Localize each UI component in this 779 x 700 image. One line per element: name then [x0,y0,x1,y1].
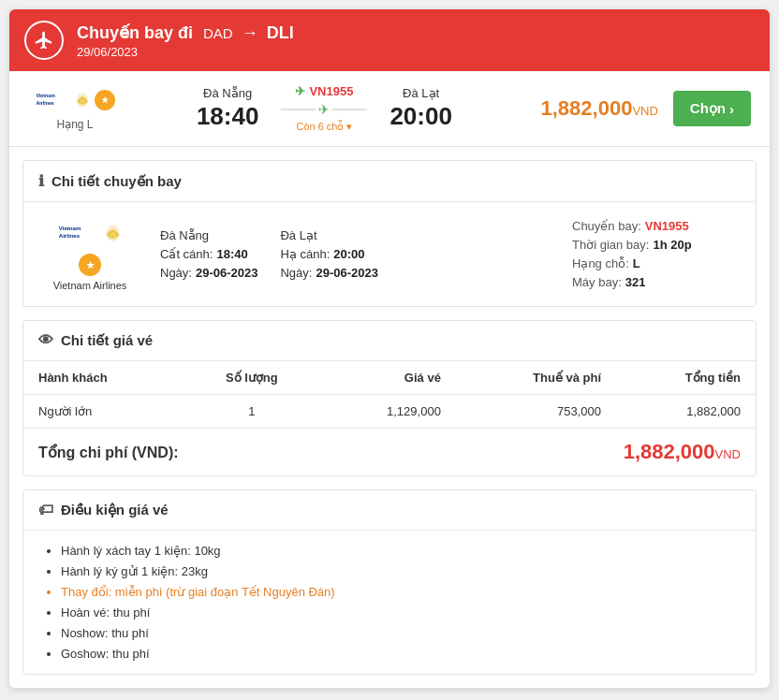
arrival-block: Đà Lạt 20:00 [390,86,452,131]
arrival-city: Đà Lạt [390,86,452,100]
conditions-list: Hành lý xách tay 1 kiện: 10kgHành lý ký … [42,544,737,661]
detail-airline-name: Vietnam Airlines [53,280,127,291]
flight-detail-body: Vietnam Airlines ★ Vietnam Airlines Đà N… [23,202,756,306]
col-tax: Thuế và phí [456,361,616,395]
flight-detail-section: ℹ Chi tiết chuyến bay Vietnam Airlines ★… [22,160,757,307]
arrival-time: 20:00 [390,102,452,131]
landing-label: Hạ cánh: [280,247,330,261]
col-ticket-price: Giá vé [318,361,455,395]
conditions-title: 🏷 Điều kiện giá vé [23,490,756,531]
landing-time: 20:00 [333,247,364,261]
airline-logos: Vietnam Airlines ★ [35,86,115,114]
tax-cell: 753,000 [456,395,616,429]
airline-class: Hạng L [56,118,93,131]
flight-middle: ✈ VN1955 ✈ Còn 6 chỗ ▾ [258,84,390,133]
class-row: Hạng chỗ: L [572,256,741,270]
price-currency: VND [632,104,657,118]
svg-text:Airlines: Airlines [37,100,54,106]
quantity-cell: 1 [184,395,318,429]
conditions-body: Hành lý xách tay 1 kiện: 10kgHành lý ký … [23,531,756,674]
total-currency: VND [715,447,741,461]
route-title: Chuyến bay đi DAD → DLI [77,22,294,43]
arrival-date-label: Ngày: [280,266,312,280]
flight-number: ✈ VN1955 [295,84,353,98]
seats-info[interactable]: Còn 6 chỗ ▾ [296,121,352,133]
flight-detail-title: ℹ Chi tiết chuyến bay [23,161,756,202]
col-quantity: Số lượng [184,361,318,395]
arrival-city-label: Đà Lạt [280,228,377,242]
condition-item: Hành lý ký gửi 1 kiện: 23kg [61,564,737,578]
detail-airline-logo: Vietnam Airlines [57,217,123,250]
flight-icon [24,21,64,60]
total-value: 1,882,000 [624,440,715,463]
departure-time: 18:40 [197,102,259,131]
eye-icon: 👁 [38,332,53,349]
condition-item: Thay đổi: miễn phí (trừ giai đoạn Tết Ng… [61,585,737,599]
airline-info: Vietnam Airlines ★ Hạng L [28,86,122,131]
gold-badge: ★ [95,90,115,110]
departure-city-label: Đà Nẵng [160,228,257,242]
svg-text:Vietnam: Vietnam [59,225,81,231]
main-container: Chuyến bay đi DAD → DLI 29/06/2023 Vietn… [9,9,770,688]
detail-right: Chuyến bay: VN1955 Thời gian bay: 1h 20p… [572,219,741,289]
col-total: Tổng tiền [616,361,756,395]
header-text: Chuyến bay đi DAD → DLI 29/06/2023 [77,22,294,59]
departure-block: Đà Nẵng 18:40 [197,86,259,131]
condition-item: Hoàn vé: thu phí [61,605,737,620]
detail-airline: Vietnam Airlines ★ Vietnam Airlines [38,217,141,291]
tag-icon: 🏷 [38,502,53,518]
detail-cols: Đà Nẵng Cất cánh: 18:40 Ngày: 29-06-2023… [160,228,553,280]
price-detail-title: 👁 Chi tiết giá vé [23,321,756,361]
price-value: 1,882,000 [541,96,633,120]
svg-text:Vietnam: Vietnam [37,93,56,98]
flight-card: Vietnam Airlines ★ Hạng L Đà Nẵng 18:40 … [9,71,770,147]
plane-icon: ✈ [318,102,330,117]
price-table: Hành khách Số lượng Giá vé Thuế và phí T… [23,361,756,428]
svg-text:Airlines: Airlines [59,232,81,239]
table-header-row: Hành khách Số lượng Giá vé Thuế và phí T… [23,361,756,395]
takeoff-time: 18:40 [216,247,247,261]
total-cell: 1,882,000 [616,395,756,429]
plane-row: Máy bay: 321 [572,275,741,289]
info-icon: ℹ [38,172,44,190]
flight-times: Đà Nẵng 18:40 ✈ VN1955 ✈ Còn 6 chỗ ▾ [122,84,527,133]
arrival-date: 29-06-2023 [316,266,378,280]
flight-number-row: Chuyến bay: VN1955 [572,219,741,233]
col-passenger: Hành khách [23,361,184,395]
choose-button[interactable]: Chọn › [673,91,751,126]
condition-item: Noshow: thu phí [61,626,737,640]
vietnam-airlines-logo: Vietnam Airlines [35,86,91,114]
price-detail-section: 👁 Chi tiết giá vé Hành khách Số lượng Gi… [22,320,757,476]
duration-row: Thời gian bay: 1h 20p [572,238,741,252]
flight-date: 29/06/2023 [77,45,294,59]
departure-date: 29-06-2023 [196,266,258,280]
flight-line: ✈ [281,102,367,117]
total-row: Tổng chi phí (VND): 1,882,000VND [23,428,756,475]
condition-item: Hành lý xách tay 1 kiện: 10kg [61,544,737,558]
conditions-section: 🏷 Điều kiện giá vé Hành lý xách tay 1 ki… [22,489,757,675]
departure-date-label: Ngày: [160,266,192,280]
price-block: 1,882,000VND [527,96,658,121]
takeoff-label: Cất cánh: [160,247,213,261]
departure-col: Đà Nẵng Cất cánh: 18:40 Ngày: 29-06-2023 [160,228,257,280]
total-label: Tổng chi phí (VND): [38,444,179,461]
passenger-cell: Người lớn [23,395,184,429]
detail-gold-badge: ★ [79,254,101,276]
header: Chuyến bay đi DAD → DLI 29/06/2023 [9,9,770,71]
table-row: Người lớn 1 1,129,000 753,000 1,882,000 [23,395,756,429]
condition-item: Goshow: thu phí [61,647,737,661]
ticket-price-cell: 1,129,000 [318,395,455,429]
arrival-col: Đà Lạt Hạ cánh: 20:00 Ngày: 29-06-2023 [280,228,377,280]
departure-city: Đà Nẵng [197,86,259,100]
